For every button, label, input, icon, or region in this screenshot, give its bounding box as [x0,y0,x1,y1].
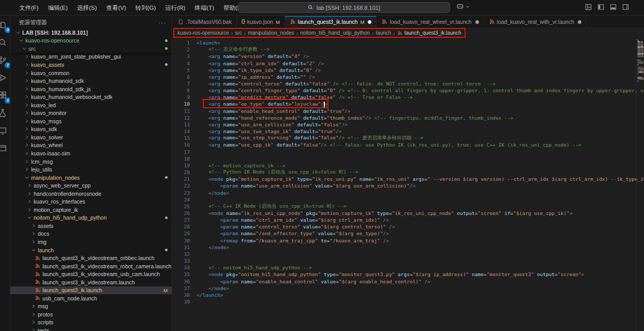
code-line[interactable]: 11 <arg name="enable_head_control" defau… [173,108,644,114]
tree-item[interactable]: launch_quest3_ik_videostream.launch [10,278,172,286]
line-number[interactable]: 5 [173,67,190,73]
code-line[interactable]: 28 <param name="control_torso" value="$(… [173,223,644,230]
tree-item[interactable]: LAB [SSH: 192.168.8.101] [10,28,172,37]
code-line[interactable]: 8 <arg name="control_finger_type" defaul… [173,87,644,94]
line-number[interactable]: 7 [173,81,190,87]
menu-item[interactable]: 选择(S) [72,0,101,16]
line-number[interactable]: 19 [173,163,190,168]
code-line[interactable]: 4 <arg name="ctrl_arm_idx" default="2" /… [173,60,644,66]
line-number[interactable]: 13 [173,122,190,127]
code-line[interactable]: 6 <arg name="ip_address" default="" /> [173,74,644,80]
line-number[interactable]: 33 [173,258,190,264]
line-number[interactable]: 23 [173,190,190,196]
code-line[interactable]: 18 [173,155,644,162]
tree-item[interactable]: lcm_msg [10,157,172,166]
tree-item[interactable]: kuavo_humanoid_websocket_sdk [10,93,172,101]
tree-item[interactable]: kuavo_msgs [10,117,172,125]
line-number[interactable]: 15 [173,135,190,141]
line-number[interactable]: 31 [173,244,190,250]
line-number[interactable]: 12 [173,115,190,121]
code-line[interactable]: 27 <param name="ctrl_arm_idx" value="$(a… [173,217,644,223]
code-line[interactable]: 32 [173,251,644,257]
tree-item[interactable]: img [10,238,172,246]
code-line[interactable]: 5 <arg name="ik_type_idx" default="0" /> [173,67,644,74]
tree-item[interactable]: src [10,45,172,53]
code-line[interactable]: 25 <!-- C++ IK Node (启动当 use_cpp_ik=true… [173,203,644,210]
tab-dirty-dot[interactable] [368,20,371,24]
line-number[interactable]: 10 [173,101,190,107]
minimap[interactable] [637,39,643,331]
code-line[interactable]: 23 </node> [173,189,644,196]
tree-item[interactable]: kuavo_wheel [10,141,172,150]
tree-item[interactable]: launch_quest3_ik_videostream_usb_cam.lau… [10,270,172,278]
line-number[interactable]: 32 [173,251,190,257]
breadcrumb-item[interactable]: noitom_hi5_hand_udp_python [300,30,370,36]
tree-item[interactable]: kuavo-ros-opensource [10,37,172,45]
code-line[interactable]: 34 <!-- noitom_hi5_hand_udp_python --> [173,264,644,271]
line-number[interactable]: 16 [173,142,190,148]
activity-item[interactable]: 3 [0,19,10,32]
tree-item[interactable]: leju_utils [10,165,172,174]
line-number[interactable]: 38 [173,292,190,298]
activity-item[interactable]: 7 [0,54,10,67]
line-number[interactable]: 30 [173,238,190,243]
code-line[interactable]: 17 [173,149,644,155]
menu-item[interactable]: 编辑(E) [43,0,72,16]
tab-dirty-dot[interactable] [578,20,581,24]
code-line[interactable]: 21 <node pkg="motion_capture_ik" type="i… [173,176,644,182]
code-line[interactable]: 12 <arg name="hand_reference_mode" defau… [173,114,644,121]
tree-item[interactable]: launch [10,246,172,254]
activity-item[interactable] [0,36,10,50]
code-line[interactable]: 26 <node name="ik_ros_uni_cpp_node" pkg=… [173,210,644,217]
line-number[interactable]: 37 [173,285,190,291]
code-editor[interactable]: 1<launch>2 <!-- 定义命令行参数 -->3 <arg name="… [173,38,644,331]
tree-item[interactable]: kuavo_assets [10,61,172,69]
line-number[interactable]: 36 [173,279,190,284]
code-line[interactable]: 36 <param name="enable_head_control" val… [173,278,644,284]
tree-item[interactable]: launch_quest3_ik_videostream_orbbec.laun… [10,254,172,262]
tree-item[interactable]: kuavo_common [10,69,172,77]
line-number[interactable]: 35 [173,271,190,277]
editor-tab[interactable]: {}kuavo.jsonM [237,16,285,27]
line-number[interactable]: 24 [173,197,190,203]
tree-item[interactable]: kuavo-isaac-sim [10,149,172,157]
tree-item[interactable]: usb_cam_node.launch [10,294,172,303]
tree-item[interactable]: launch_quest3_ik.launchM [10,286,172,295]
command-center-search[interactable]: lab [SSH: 192.168.8.101] [238,2,450,13]
editor-tab[interactable]: launch_quest3_ik.launchM [285,16,377,27]
toggle-primary-sidebar-icon[interactable] [597,3,605,11]
line-number[interactable]: 39 [173,299,190,305]
activity-item[interactable] [0,107,10,120]
code-line[interactable]: 19 <!-- motion_capture_ik --> [173,162,644,169]
code-line[interactable]: 9 <arg name="predict_gesture" default="f… [173,94,644,100]
editor-tab[interactable]: .TotalMassV60.bak [173,16,237,27]
tree-item[interactable]: assets [10,222,172,230]
line-number[interactable]: 4 [173,61,190,66]
menu-item[interactable]: 运行(R) [160,0,190,16]
line-number[interactable]: 27 [173,217,190,223]
editor-tab[interactable]: load_kuavo_real_wheel_vr.launch [377,16,484,27]
line-number[interactable]: 6 [173,74,190,80]
code-line[interactable]: 15 <arg name="use_step_turning" default=… [173,135,644,141]
line-number[interactable]: 21 [173,176,190,182]
tree-item[interactable]: launch_quest3_ik_videostream_robot_camer… [10,262,172,270]
tree-item[interactable]: scripts [10,319,172,327]
code-line[interactable]: 13 <arg name="use_arm_collision" default… [173,121,644,128]
code-line[interactable]: 2 <!-- 定义命令行参数 --> [173,46,644,53]
code-line[interactable]: 38</launch> [173,292,644,298]
code-line[interactable]: 30 <remap from="/kuavo_arm_traj_cpp" to=… [173,237,644,244]
menu-item[interactable]: 转到(G) [131,0,161,16]
code-line[interactable]: 24 [173,196,644,203]
breadcrumb-item[interactable]: launch [376,30,391,36]
tree-item[interactable]: tests [10,326,172,331]
breadcrumb-item[interactable]: launch_quest3_ik.launch [405,30,461,36]
code-line[interactable]: 35 <node pkg="noitom_hi5_hand_udp_python… [173,271,644,278]
tree-item[interactable]: protos [10,310,172,319]
tree-item[interactable]: kuavo_ros_interfaces [10,197,172,206]
code-line[interactable]: 1<launch> [173,39,644,46]
explorer-more-actions-icon[interactable]: ··· [158,19,167,26]
line-number[interactable]: 29 [173,231,190,236]
line-number[interactable]: 9 [173,94,190,100]
tree-item[interactable]: manipulation_nodes [10,174,172,182]
breadcrumb-item[interactable]: manipulation_nodes [248,30,294,36]
